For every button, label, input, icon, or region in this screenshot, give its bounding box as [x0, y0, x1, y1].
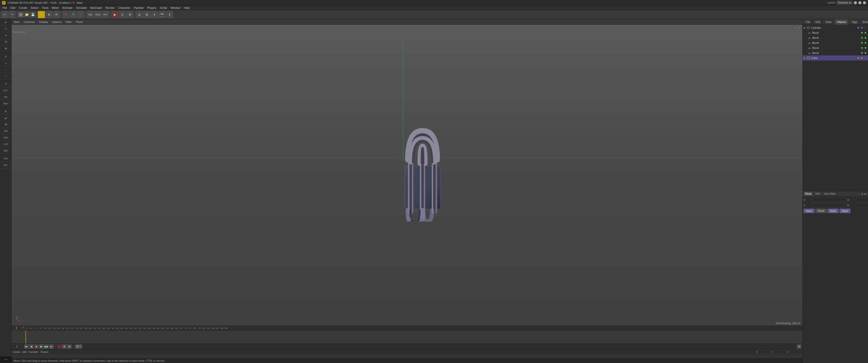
- menu-select[interactable]: Select: [29, 5, 40, 10]
- y-axis-btn[interactable]: Y: [70, 11, 77, 18]
- move-tool-btn[interactable]: ↖: [38, 11, 45, 18]
- sidebar-knife[interactable]: ✂: [0, 81, 11, 87]
- world-axis-btn[interactable]: ✦: [151, 11, 158, 18]
- vp-menu-cameras[interactable]: Cameras: [23, 21, 36, 24]
- menu-file[interactable]: File: [1, 5, 8, 10]
- object-item-cube[interactable]: ▶ Cube: [803, 56, 868, 61]
- func-edit[interactable]: Edit: [22, 351, 27, 354]
- sidebar-extrude[interactable]: EXT: [0, 87, 11, 94]
- render-settings-btn[interactable]: ⚙: [126, 11, 133, 18]
- object-item-bend-1[interactable]: Bend: [803, 30, 868, 35]
- obj-vis-bend-4[interactable]: [861, 46, 864, 50]
- menu-mocam[interactable]: MoGraph: [89, 5, 103, 10]
- obj-mode-btn[interactable]: OBJ: [87, 11, 94, 18]
- edge-mode-btn[interactable]: EDG: [94, 11, 101, 18]
- undo-btn[interactable]: ↩: [1, 11, 8, 18]
- viewport-canvas[interactable]: + × Perspective X Y Z Grid Blocking: 100…: [11, 25, 802, 326]
- obj-expand-cylinder[interactable]: ▶: [804, 27, 805, 29]
- menu-mesh[interactable]: Mesh: [51, 5, 60, 10]
- vp-menu-options[interactable]: Options: [51, 21, 63, 24]
- sidebar-mode-object[interactable]: ▶: [0, 19, 11, 26]
- record-auto-btn[interactable]: ⊕: [62, 344, 67, 349]
- attr-tab-mode[interactable]: Mode: [804, 192, 813, 196]
- sidebar-spline[interactable]: SPL: [0, 155, 11, 162]
- z-axis-btn[interactable]: Z: [78, 11, 85, 18]
- obj-render-vis-bend-4[interactable]: [864, 46, 867, 50]
- play-fast-forward-btn[interactable]: ▶▶: [44, 344, 49, 349]
- obj-render-vis-bend-2[interactable]: [864, 36, 867, 39]
- frame-start-input[interactable]: [12, 326, 20, 330]
- go-to-end-btn[interactable]: ⏭: [49, 344, 54, 349]
- sidebar-loop-cut[interactable]: LOP: [0, 141, 11, 147]
- object-item-bend-2[interactable]: Bend: [803, 35, 868, 40]
- object-item-cylinder[interactable]: ▶ Cylinder: [803, 25, 868, 30]
- func-texture[interactable]: Texture: [40, 351, 49, 354]
- menu-pipeline[interactable]: Pipeline: [132, 5, 145, 10]
- vp-expand-btn[interactable]: +: [793, 26, 797, 30]
- go-to-start-btn[interactable]: ⏮: [24, 344, 29, 349]
- menu-plugins[interactable]: Plugins: [146, 5, 158, 10]
- obj-close-cube[interactable]: ×: [864, 57, 867, 60]
- menu-render[interactable]: Render: [104, 5, 116, 10]
- stop-btn[interactable]: ■: [34, 344, 39, 349]
- sidebar-inner-extrude[interactable]: IEX: [0, 94, 11, 100]
- record-new-btn[interactable]: ⊞: [67, 344, 72, 349]
- sidebar-iron[interactable]: IRN: [0, 128, 11, 134]
- func-create[interactable]: Create: [12, 351, 20, 354]
- record-btn[interactable]: ●: [57, 344, 62, 349]
- timeline-settings-btn[interactable]: ⚙: [797, 344, 801, 349]
- obj-vis-bend-3[interactable]: [861, 41, 864, 44]
- attr-z-input[interactable]: [812, 203, 846, 207]
- panel-tab-view[interactable]: View: [824, 19, 834, 25]
- attr-nav-next[interactable]: ▶: [864, 192, 867, 195]
- func-function[interactable]: Function: [29, 351, 38, 354]
- apply-btn-3[interactable]: Apply: [839, 209, 850, 213]
- poly-mode-btn[interactable]: PLY: [102, 11, 109, 18]
- vp-menu-display[interactable]: Display: [38, 21, 49, 24]
- apply-btn-2[interactable]: Apply: [828, 209, 838, 213]
- coord-z-input[interactable]: [789, 351, 801, 354]
- apply-btn[interactable]: Apply: [804, 209, 814, 213]
- coord-y-input[interactable]: [774, 351, 786, 354]
- timeline-cursor[interactable]: [26, 330, 26, 343]
- save-btn[interactable]: 💾: [30, 12, 36, 18]
- current-frame-input[interactable]: [12, 345, 22, 348]
- sidebar-bridge[interactable]: ⊞: [0, 108, 11, 115]
- redo-btn[interactable]: ↪: [8, 11, 16, 18]
- menu-tools[interactable]: Tools: [40, 5, 50, 10]
- vp-menu-panel[interactable]: Panel: [75, 21, 84, 24]
- x-axis-btn[interactable]: X: [62, 11, 69, 18]
- menu-help[interactable]: Help: [182, 5, 191, 10]
- obj-render-vis-bend-3[interactable]: [864, 41, 867, 44]
- minimize-btn[interactable]: [854, 1, 857, 4]
- panel-tab-tags[interactable]: Tags: [849, 19, 860, 25]
- menu-script[interactable]: Script: [158, 5, 168, 10]
- menu-edit[interactable]: Edit: [9, 5, 17, 10]
- sidebar-select-tool[interactable]: ↖: [0, 26, 11, 32]
- obj-expand-cube[interactable]: ▶: [804, 57, 805, 59]
- panel-tab-edit[interactable]: Edit: [813, 19, 823, 25]
- reset-btn[interactable]: Reset: [815, 209, 827, 213]
- sidebar-rotate-tool[interactable]: ⟳: [0, 39, 11, 45]
- obj-vis-bend-5[interactable]: [861, 52, 864, 55]
- menu-window[interactable]: Window: [169, 5, 182, 10]
- scale-tool-btn[interactable]: ⊕: [45, 11, 53, 18]
- rotate-tool-btn[interactable]: ⟳: [53, 11, 60, 18]
- open-btn[interactable]: 📁: [24, 12, 30, 18]
- attr-x-input[interactable]: [812, 198, 846, 202]
- sidebar-rect-sel[interactable]: ▭: [0, 60, 11, 66]
- object-item-bend-4[interactable]: Bend: [803, 45, 868, 51]
- sidebar-set-flow[interactable]: SFL: [0, 162, 11, 168]
- snap-btn[interactable]: ◎: [136, 11, 143, 18]
- sidebar-smooth[interactable]: SMT: [0, 147, 11, 154]
- menu-character[interactable]: Character: [117, 5, 132, 10]
- obj-vis-cube[interactable]: [857, 57, 860, 60]
- vp-close-btn[interactable]: ×: [797, 26, 801, 30]
- coord-x-input[interactable]: [758, 351, 771, 354]
- render-btn[interactable]: ▶: [111, 11, 118, 18]
- layout-select[interactable]: Standard: [836, 1, 852, 5]
- sidebar-bevel[interactable]: BEV: [0, 100, 11, 107]
- camera-btn[interactable]: 📷: [158, 11, 165, 18]
- sidebar-paint[interactable]: 🖌: [0, 115, 11, 121]
- sidebar-live-sel[interactable]: ◎: [0, 53, 11, 60]
